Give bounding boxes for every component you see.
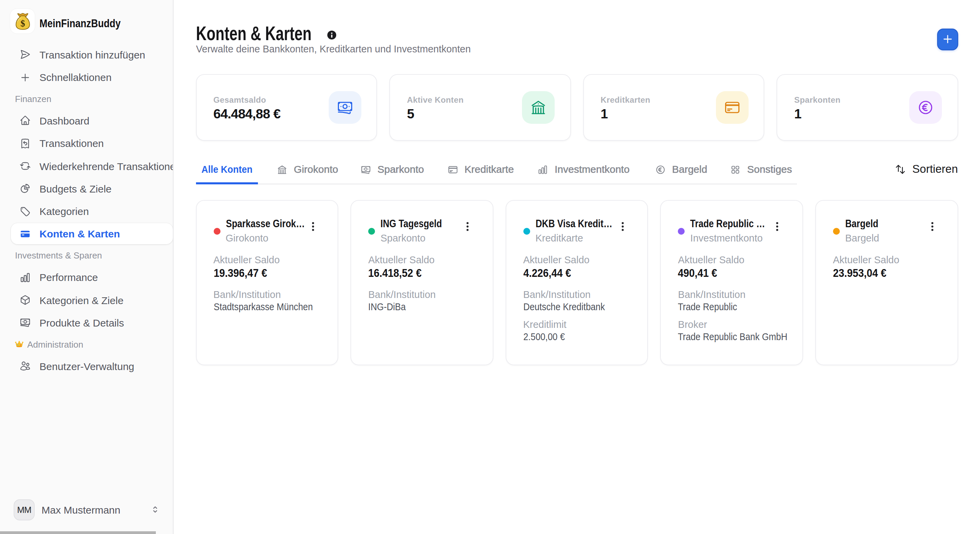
svg-text:$: $ bbox=[20, 18, 24, 28]
